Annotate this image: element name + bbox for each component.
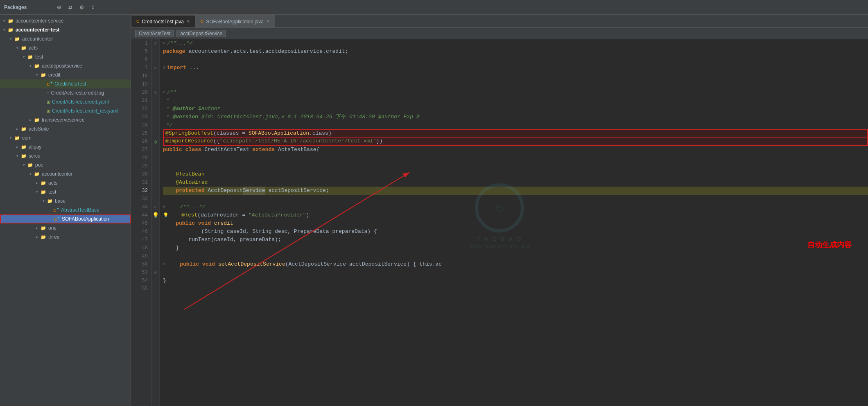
tree-item-poc[interactable]: 📁 poc <box>0 160 131 169</box>
arrow-icon <box>7 135 14 141</box>
code-line-46: (String caseId, String desc, PrepareData… <box>163 228 868 236</box>
line-num-7: 7 <box>134 64 148 72</box>
line-num-30: 30 <box>134 170 148 178</box>
code-line-48: } <box>163 244 868 252</box>
yaml-icon: ⊞ <box>47 108 50 114</box>
code-line-47: runTest(caseId, prepareData); <box>163 236 868 244</box>
toolbar-icon-split[interactable]: ⇄ <box>67 2 74 12</box>
line-num-53: 53 <box>134 268 148 277</box>
tree-item-credit-log[interactable]: ≡ CreditActsTest.credit.log <box>0 88 131 97</box>
code-line-55 <box>163 285 868 293</box>
folder-icon: 📁 <box>27 54 34 60</box>
line-num-23: 23 <box>134 113 148 121</box>
tree-item-com[interactable]: 📁 com <box>0 133 131 142</box>
code-line-19 <box>163 80 868 88</box>
code-line-20: ⊖ /** <box>163 88 868 97</box>
folder-icon: 📁 <box>20 144 27 150</box>
tree-item-credit-yaml[interactable]: ⊞ CreditActsTest.credit.yaml <box>0 97 131 106</box>
code-line-30: @TestBean <box>163 170 868 178</box>
code-line-34: ⊖ /**...*/ <box>163 203 868 211</box>
tree-item-one[interactable]: 📁 one <box>0 223 131 232</box>
breadcrumb-class[interactable]: CreditActsTest <box>135 30 174 37</box>
arrow-icon <box>34 189 40 195</box>
yaml-icon: ⊞ <box>47 99 50 105</box>
code-line-22: * @author $author <box>163 105 868 113</box>
breadcrumb-method[interactable]: acctDepositService <box>176 30 226 37</box>
tree-item-acts[interactable]: 📁 acts <box>0 43 131 52</box>
folder-icon: 📁 <box>40 189 47 195</box>
line-num-24: 24 <box>134 121 148 129</box>
tab-close-button[interactable]: ✕ <box>266 19 270 24</box>
line-num-33: 33 <box>134 195 148 203</box>
tree-item-accountcenter2[interactable]: 📁 accountcenter <box>0 169 131 178</box>
arrow-icon <box>27 117 34 123</box>
tab-java-icon: C <box>201 19 203 24</box>
tree-item-accountcenter[interactable]: 📁 accountcenter <box>0 34 131 43</box>
line-num-50: 50 <box>134 260 148 268</box>
tree-item-transreserveservice[interactable]: 📁 transreserveservice <box>0 115 131 124</box>
editor-area: C CreditActsTest.java ✕ C SOFABootApplic… <box>131 15 868 406</box>
tree-item-accountcenter-service[interactable]: 📁 accountcenter-service <box>0 16 131 25</box>
breadcrumb-bar: CreditActsTest acctDepositService <box>131 28 868 39</box>
arrow-icon <box>20 162 27 168</box>
code-line-7: ⊖ import ... <box>163 64 868 72</box>
tree-item-three[interactable]: 📁 three <box>0 232 131 241</box>
arrow-icon <box>14 126 20 132</box>
tree-item-alipay[interactable]: 📁 alipay <box>0 142 131 151</box>
tree-item-scrcu[interactable]: 📁 scrcu <box>0 151 131 160</box>
line-num-49: 49 <box>134 252 148 260</box>
folder-icon: 📁 <box>47 198 53 204</box>
line-num-18: 18 <box>134 72 148 80</box>
code-editor[interactable]: ↻ T A O B A O XIAO NIU ZHI SHI KU 自动生成内容 <box>131 39 868 406</box>
code-line-21: * <box>163 97 868 105</box>
tree-item-CreditActsTest[interactable]: C✦ CreditActsTest <box>0 79 131 88</box>
code-line-23: * @version $Id: CreditActsTest.java,v 0.… <box>163 113 868 121</box>
line-num-25: 25 <box>134 129 148 138</box>
folder-icon: 📁 <box>34 171 40 177</box>
tree-item-credit-res-yaml[interactable]: ⊞ CreditActsTest.credit_res.yaml <box>0 106 131 115</box>
arrow-icon <box>1 27 7 33</box>
tab-SOFABootApplication[interactable]: C SOFABootApplication.java ✕ <box>195 15 275 27</box>
tree-item-AbstractTestBase[interactable]: C✦ AbstractTestBase <box>0 205 131 214</box>
arrow-icon <box>20 54 27 60</box>
arrow-icon <box>14 45 20 51</box>
line-num-5: 5 <box>134 47 148 56</box>
tree-item-acctdepositservice[interactable]: 📁 acctdepositservice <box>0 61 131 70</box>
code-line-28 <box>163 154 868 162</box>
tab-close-button[interactable]: ✕ <box>186 19 190 24</box>
tree-item-SOFABootApplication[interactable]: C✦ SOFABootApplication <box>0 214 131 223</box>
tree-item-acts2[interactable]: 📁 acts <box>0 178 131 187</box>
code-line-5: package accountcenter.acts.test.acctdepo… <box>163 47 868 56</box>
code-content: 1 5 6 7 18 19 20 21 22 23 24 25 26 27 28… <box>131 39 868 406</box>
line-numbers: 1 5 6 7 18 19 20 21 22 23 24 25 26 27 28… <box>131 39 151 406</box>
arrow-icon <box>27 171 34 177</box>
line-num-6: 6 <box>134 56 148 64</box>
line-num-21: 21 <box>134 97 148 105</box>
code-line-25: @SpringBootTest(classes = SOFABootApplic… <box>163 129 868 138</box>
folder-icon: 📁 <box>40 180 47 186</box>
tree-item-base[interactable]: 📁 base <box>0 196 131 205</box>
arrow-icon <box>27 63 34 69</box>
folder-icon: 📁 <box>40 234 47 240</box>
tab-CreditActsTest[interactable]: C CreditActsTest.java ✕ <box>131 15 195 27</box>
arrow-icon <box>34 234 40 240</box>
packages-title: Packages <box>4 5 27 10</box>
gutter: ⊖ ⊖ ⊖ ◎ <box>151 39 160 406</box>
line-num-47: 47 <box>134 236 148 244</box>
main-container: 📁 accountcenter-service 📁 accountcenter-… <box>0 15 868 406</box>
tree-item-actsSuite[interactable]: 📁 actsSuite <box>0 124 131 133</box>
tree-item-test2[interactable]: 📁 test <box>0 187 131 196</box>
line-num-26: 26 <box>134 138 148 146</box>
toolbar-icon-collapse[interactable]: ↕ <box>89 3 97 12</box>
tree-item-accountcenter-test[interactable]: 📁 accountcenter-test <box>0 25 131 34</box>
toolbar-icon-globe[interactable]: ⊕ <box>55 2 63 12</box>
code-line-29 <box>163 162 868 170</box>
tree-item-test[interactable]: 📁 test <box>0 52 131 61</box>
folder-icon: 📁 <box>20 153 27 159</box>
line-num-48: 48 <box>134 244 148 252</box>
code-lines[interactable]: ⊖ /**...*/ package accountcenter.acts.te… <box>160 39 868 406</box>
line-num-45: 45 <box>134 219 148 228</box>
tree-item-credit[interactable]: 📁 credit <box>0 70 131 79</box>
toolbar-icon-gear[interactable]: ⚙ <box>78 2 86 12</box>
line-num-27: 27 <box>134 146 148 154</box>
